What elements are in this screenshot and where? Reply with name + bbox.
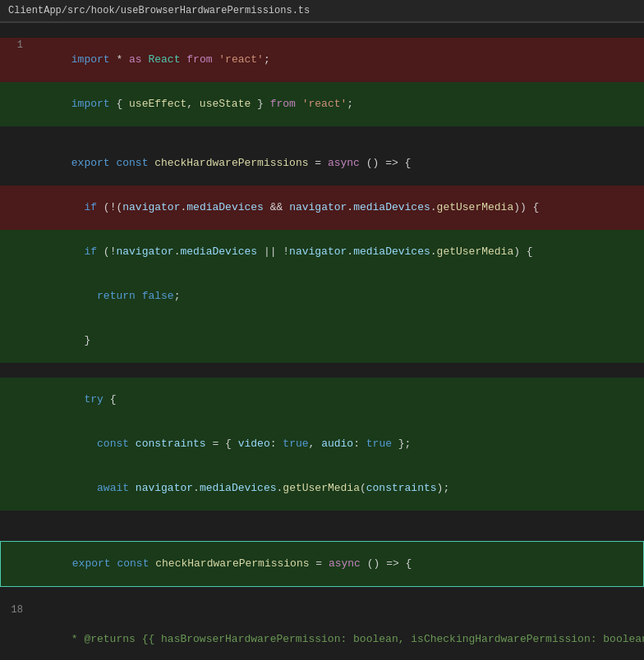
line-number [0, 588, 30, 603]
line [0, 126, 644, 141]
line-number [0, 126, 30, 141]
line: await navigator.mediaDevices.getUserMedi… [0, 466, 644, 511]
line-number [0, 378, 30, 422]
line: const constraints = { video: true, audio… [0, 422, 644, 466]
line-number [0, 274, 30, 319]
line: export const checkHardwarePermissions = … [0, 541, 644, 587]
line: return false; [0, 274, 644, 319]
line: 18 [0, 603, 644, 617]
line-number [0, 422, 30, 466]
line-number [0, 511, 30, 525]
line [0, 588, 644, 603]
line-number [0, 82, 30, 126]
line [0, 525, 644, 540]
line: * @returns {{ hasBrowserHardwarePermissi… [0, 617, 644, 660]
line-number [0, 525, 30, 540]
line: 1 import * as React from 'react'; [0, 38, 644, 82]
line-number [0, 617, 30, 660]
line-number [0, 141, 30, 186]
line-number [0, 319, 30, 363]
line-number [0, 186, 30, 230]
line-number [0, 23, 30, 38]
line [0, 511, 644, 525]
title-bar: ClientApp/src/hook/useBrowserHardwarePer… [0, 0, 644, 22]
file-path: ClientApp/src/hook/useBrowserHardwarePer… [8, 5, 310, 16]
line-number: 18 [0, 603, 30, 617]
line-number [0, 230, 30, 274]
line [0, 363, 644, 378]
line: } [0, 319, 644, 363]
line-number [0, 363, 30, 378]
line-number [1, 542, 30, 586]
line: try { [0, 378, 644, 422]
line-number [0, 466, 30, 511]
line-number: 1 [0, 38, 30, 82]
line: if (!navigator.mediaDevices || !navigato… [0, 230, 644, 274]
line: if (!(navigator.mediaDevices && navigato… [0, 186, 644, 230]
line [0, 23, 644, 38]
line: import { useEffect, useState } from 'rea… [0, 82, 644, 126]
editor: 1 import * as React from 'react'; import… [0, 23, 644, 660]
line: export const checkHardwarePermissions = … [0, 141, 644, 186]
